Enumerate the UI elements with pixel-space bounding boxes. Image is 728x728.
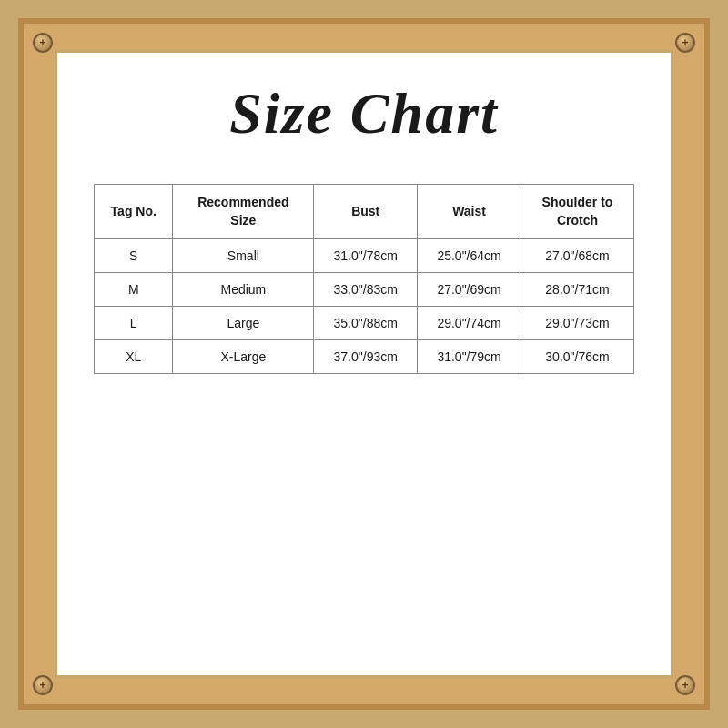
outer-frame: Size Chart Tag No. RecommendedSize Bust … <box>18 18 710 710</box>
size-table: Tag No. RecommendedSize Bust Waist Shoul… <box>94 184 634 374</box>
table-cell-bust: 37.0"/93cm <box>314 340 418 374</box>
table-cell-recommended_size: Large <box>173 307 314 340</box>
col-header-waist: Waist <box>418 185 521 239</box>
table-cell-bust: 33.0"/83cm <box>314 273 418 307</box>
col-header-shoulder-crotch: Shoulder toCrotch <box>521 185 633 239</box>
table-cell-recommended_size: Medium <box>173 273 314 307</box>
corner-screw-br <box>675 675 695 695</box>
table-cell-tag: L <box>95 307 173 340</box>
corner-screw-tl <box>33 33 53 53</box>
table-cell-bust: 31.0"/78cm <box>314 239 418 273</box>
table-cell-tag: XL <box>95 340 173 374</box>
table-cell-shoulder_to_crotch: 29.0"/73cm <box>521 307 633 340</box>
table-row: LLarge35.0"/88cm29.0"/74cm29.0"/73cm <box>95 307 634 340</box>
table-cell-recommended_size: X-Large <box>173 340 314 374</box>
table-cell-shoulder_to_crotch: 27.0"/68cm <box>521 239 633 273</box>
table-cell-recommended_size: Small <box>173 239 314 273</box>
table-cell-tag: S <box>95 239 173 273</box>
col-header-recommended: RecommendedSize <box>173 185 314 239</box>
corner-screw-bl <box>33 675 53 695</box>
inner-content: Size Chart Tag No. RecommendedSize Bust … <box>55 50 673 678</box>
table-cell-waist: 25.0"/64cm <box>418 239 521 273</box>
corner-screw-tr <box>675 33 695 53</box>
table-row: XLX-Large37.0"/93cm31.0"/79cm30.0"/76cm <box>95 340 634 374</box>
table-cell-waist: 29.0"/74cm <box>418 307 521 340</box>
table-cell-waist: 31.0"/79cm <box>418 340 521 374</box>
table-cell-tag: M <box>95 273 173 307</box>
page-title: Size Chart <box>229 80 499 147</box>
table-cell-waist: 27.0"/69cm <box>418 273 521 307</box>
table-cell-shoulder_to_crotch: 28.0"/71cm <box>521 273 633 307</box>
table-cell-bust: 35.0"/88cm <box>314 307 418 340</box>
col-header-tag: Tag No. <box>95 185 173 239</box>
table-row: SSmall31.0"/78cm25.0"/64cm27.0"/68cm <box>95 239 634 273</box>
table-row: MMedium33.0"/83cm27.0"/69cm28.0"/71cm <box>95 273 634 307</box>
col-header-bust: Bust <box>314 185 418 239</box>
table-cell-shoulder_to_crotch: 30.0"/76cm <box>521 340 633 374</box>
